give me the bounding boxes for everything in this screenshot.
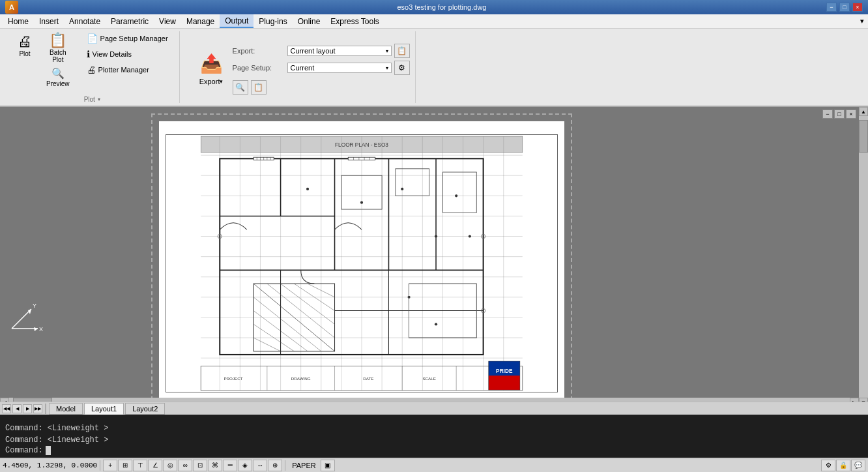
- qp-button[interactable]: ◈: [238, 460, 252, 471]
- plot-group-label: Plot ▾: [84, 93, 100, 103]
- main-canvas-area: Y X FLOOR PLAN - ESO: [0, 107, 868, 407]
- svg-point-69: [455, 194, 457, 197]
- export-pagesetup-row: Page Setup: Current ▾ ⚙: [233, 61, 410, 75]
- batch-plot-icon: 📋: [49, 33, 66, 48]
- export-settings-icon-btn[interactable]: ⚙: [394, 61, 410, 75]
- sc-button[interactable]: ↔: [253, 460, 267, 471]
- svg-point-67: [360, 201, 363, 204]
- menu-online[interactable]: Online: [293, 14, 326, 28]
- window-title: eso3 testing for plotting.dwg: [57, 3, 826, 11]
- tab-layout1[interactable]: Layout1: [84, 403, 124, 415]
- close-button[interactable]: ×: [852, 3, 863, 12]
- ducs-button[interactable]: ⊡: [193, 460, 207, 471]
- svg-text:DRAWING: DRAWING: [291, 376, 311, 381]
- export-view-icon-btn[interactable]: 🔍: [233, 80, 248, 95]
- batch-plot-button[interactable]: 📋 BatchPlot: [42, 31, 74, 65]
- page-setup-label: Page Setup Manager: [100, 35, 168, 42]
- svg-text:Y: Y: [33, 302, 36, 309]
- command-area: Command: <Lineweight > Command: <Linewei…: [0, 415, 868, 458]
- menu-output[interactable]: Output: [220, 14, 253, 28]
- menu-parametric[interactable]: Parametric: [106, 14, 154, 28]
- menu-insert[interactable]: Insert: [34, 14, 64, 28]
- export-main-label: Export: [199, 78, 220, 85]
- export-copy-icon-btn[interactable]: 📋: [394, 44, 410, 58]
- command-line-1: Command: <Lineweight >: [5, 422, 863, 434]
- plot-icon: 🖨: [18, 35, 32, 49]
- command-cursor: [46, 446, 51, 455]
- svg-marker-3: [34, 327, 38, 331]
- comm-button[interactable]: 💬: [851, 460, 865, 471]
- export-main-button[interactable]: 📤: [194, 50, 229, 78]
- export-layout-value: Current layout: [291, 47, 383, 55]
- inner-window-controls: − □ ×: [822, 110, 856, 119]
- tab-model[interactable]: Model: [49, 403, 83, 415]
- app-window: A eso3 testing for plotting.dwg − □ × Ho…: [0, 0, 868, 472]
- preview-icon: 🔍: [51, 68, 65, 79]
- svg-rect-51: [348, 157, 375, 160]
- menu-home[interactable]: Home: [3, 14, 34, 28]
- layout-tabs-bar: ◀◀ ◀ ▶ ▶▶ Model Layout1 Layout2: [0, 402, 868, 415]
- export-main-icon: 📤: [200, 53, 223, 74]
- blueprint-drawing: FLOOR PLAN - ESO3: [166, 135, 557, 392]
- grid-button[interactable]: ⊞: [118, 460, 132, 471]
- lock-button[interactable]: 🔒: [836, 460, 850, 471]
- export-options-icon-btn[interactable]: 📋: [251, 80, 267, 95]
- export-pagesetup-label: Page Setup:: [233, 64, 285, 72]
- otrack-button[interactable]: ∞: [178, 460, 192, 471]
- inner-close-btn[interactable]: ×: [846, 110, 856, 119]
- page-setup-button[interactable]: 📄 Page Setup Manager: [82, 31, 173, 46]
- menu-expresstools[interactable]: Express Tools: [325, 14, 384, 28]
- export-pagesetup-value: Current: [291, 64, 383, 72]
- plot-group-expand[interactable]: ▾: [98, 96, 100, 102]
- snap-button[interactable]: +: [103, 460, 117, 471]
- svg-text:PRIDE: PRIDE: [496, 368, 513, 374]
- preview-button[interactable]: 🔍 Preview: [42, 66, 74, 89]
- vertical-scrollbar[interactable]: ▲ ▼: [859, 107, 868, 407]
- status-sep-2: [285, 460, 285, 471]
- paper-toggle-btn[interactable]: ▣: [321, 460, 335, 471]
- command-prompt: Command:: [5, 446, 43, 455]
- tab-nav-prev[interactable]: ◀: [12, 404, 22, 413]
- tab-nav-start[interactable]: ◀◀: [2, 404, 11, 413]
- view-details-button[interactable]: ℹ View Details: [82, 47, 173, 61]
- window-controls: − □ ×: [826, 3, 863, 12]
- plotter-mgr-label: Plotter Manager: [98, 66, 149, 74]
- tab-layout2[interactable]: Layout2: [125, 403, 165, 415]
- plotter-mgr-button[interactable]: 🖨 Plotter Manager: [82, 63, 173, 77]
- plot-label: Plot: [19, 50, 30, 57]
- menu-plugins[interactable]: Plug-ins: [253, 14, 292, 28]
- menu-bar: Home Insert Annotate Parametric View Man…: [0, 14, 868, 29]
- svg-text:DATE: DATE: [363, 376, 373, 381]
- scroll-thumb-v[interactable]: [859, 120, 868, 153]
- ortho-button[interactable]: ⊤: [133, 460, 147, 471]
- scroll-up-arrow[interactable]: ▲: [859, 107, 868, 116]
- export-dropdown-arrow[interactable]: ▾: [220, 78, 223, 85]
- dyn-button[interactable]: ⌘: [208, 460, 222, 471]
- export-pagesetup-select[interactable]: Current ▾: [287, 63, 392, 73]
- drawing-viewport: FLOOR PLAN - ESO3: [166, 134, 558, 392]
- tab-nav-end[interactable]: ▶▶: [33, 404, 42, 413]
- lw-button[interactable]: ═: [223, 460, 237, 471]
- minimize-button[interactable]: −: [826, 3, 837, 12]
- inner-maximize-btn[interactable]: □: [834, 110, 845, 119]
- command-label-1: Command: <Lineweight >: [5, 424, 108, 433]
- inner-minimize-btn[interactable]: −: [822, 110, 833, 119]
- ws-button[interactable]: ⚙: [821, 460, 835, 471]
- plot-button[interactable]: 🖨 Plot: [12, 31, 38, 61]
- command-input-row[interactable]: Command:: [5, 446, 863, 455]
- maximize-button[interactable]: □: [839, 3, 850, 12]
- menu-view[interactable]: View: [154, 14, 181, 28]
- am-button[interactable]: ⊕: [268, 460, 282, 471]
- menu-manage[interactable]: Manage: [181, 14, 220, 28]
- paper-white: FLOOR PLAN - ESO3: [159, 121, 564, 406]
- menu-annotate[interactable]: Annotate: [64, 14, 106, 28]
- ribbon-group-plot: 🖨 Plot 📋 BatchPlot 🔍 Preview: [5, 31, 180, 103]
- tab-nav-next[interactable]: ▶: [23, 404, 32, 413]
- osnap-button[interactable]: ◎: [163, 460, 177, 471]
- export-layout-select[interactable]: Current layout ▾: [287, 46, 392, 56]
- status-sep-1: [100, 460, 100, 471]
- paper-limits: FLOOR PLAN - ESO3: [151, 113, 572, 407]
- polar-button[interactable]: ∠: [148, 460, 162, 471]
- svg-text:X: X: [39, 326, 43, 332]
- menu-extra-btn[interactable]: ▾: [856, 16, 868, 27]
